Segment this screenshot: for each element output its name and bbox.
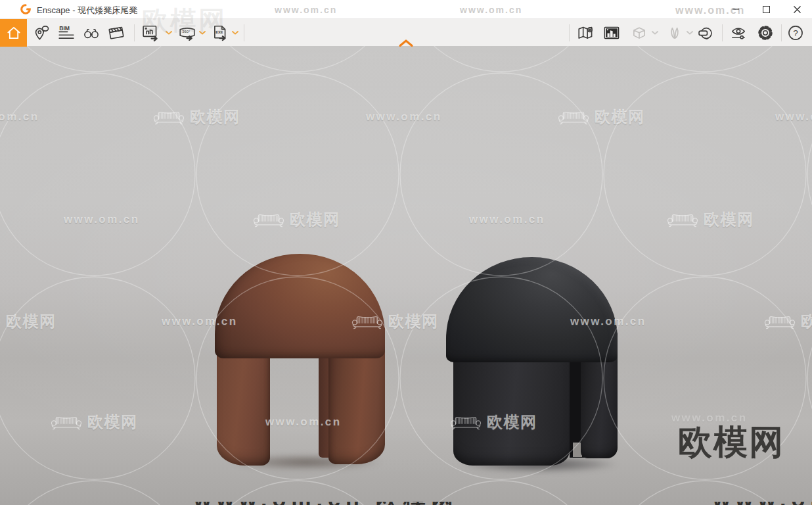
maximize-icon [763, 6, 770, 13]
titlebar-watermark: www.om.cn [275, 5, 337, 15]
binoculars-icon [83, 24, 100, 41]
close-icon [794, 6, 801, 13]
help-icon: ? [787, 24, 804, 41]
exe-export-button[interactable]: EXE [209, 22, 231, 44]
sofa-icon [557, 108, 590, 126]
maximize-button[interactable] [751, 0, 781, 18]
watermark-logo: 欧模网 [252, 209, 340, 230]
panorama-dropdown[interactable] [198, 30, 206, 36]
watermark-url: www.om.cn [64, 213, 139, 226]
watermark-logo: 欧模网 [557, 107, 645, 128]
minimize-button[interactable] [721, 0, 751, 18]
toolbar-collapse-button[interactable] [397, 38, 415, 47]
svg-text:EXE: EXE [215, 30, 223, 34]
close-button[interactable] [782, 0, 812, 18]
sofa-icon [252, 211, 285, 229]
watermark-logo: 欧模网 [666, 209, 754, 230]
video-editor-button[interactable] [105, 22, 127, 44]
settings-gear-icon [757, 24, 774, 41]
sofa-icon [763, 313, 796, 331]
stool-cap [215, 254, 385, 358]
home-button[interactable] [0, 19, 27, 47]
render-image-button[interactable] [139, 22, 163, 44]
video-clapperboard-icon [108, 24, 125, 41]
vr-mode-button[interactable] [694, 22, 717, 44]
chevron-down-icon [165, 30, 173, 36]
minimize-icon [733, 6, 739, 12]
bim-icon: BIM [58, 24, 75, 41]
chevron-down-icon [651, 30, 659, 36]
exe-export-dropdown[interactable] [231, 30, 239, 36]
watermark-logo: 欧模网 [152, 107, 240, 128]
feedback-location-button[interactable] [30, 22, 53, 44]
model-cube-dropdown[interactable] [651, 30, 659, 36]
titlebar: Enscape - 现代矮凳床尾凳 www.om.cn www.om.cn ww… [0, 0, 812, 18]
svg-text:360°: 360° [182, 30, 190, 34]
model-cube-button[interactable] [628, 22, 650, 44]
watermark-url: www.om.cn [0, 110, 39, 124]
asset-library-icon [602, 24, 621, 41]
svg-text:?: ? [793, 28, 798, 38]
chevron-down-icon [198, 30, 206, 36]
view-management-button[interactable] [575, 22, 597, 44]
panorama-button[interactable]: 360° [176, 22, 198, 44]
watermark-logo: 欧模网 [0, 311, 56, 332]
large-brand-watermark: 欧模网 [678, 425, 784, 459]
bim-mode-button[interactable]: BIM [55, 22, 78, 44]
toolbar-separator [722, 24, 723, 41]
clipped-watermark: www.om.cn 欧模网 [713, 502, 812, 505]
main-toolbar: BIM [0, 18, 812, 46]
chevron-up-icon [397, 39, 415, 47]
enscape-window: Enscape - 现代矮凳床尾凳 www.om.cn www.om.cn ww… [0, 0, 812, 505]
toolbar-separator [569, 24, 570, 41]
window-title: Enscape - 现代矮凳床尾凳 [37, 5, 137, 16]
sofa-icon [0, 313, 1, 331]
general-settings-button[interactable] [754, 22, 777, 44]
wings-icon [666, 24, 683, 41]
render-image-dropdown[interactable] [165, 30, 173, 36]
chevron-down-icon [231, 30, 239, 36]
home-icon [5, 24, 22, 41]
help-button[interactable]: ? [784, 22, 807, 44]
panorama-360-icon: 360° [178, 24, 196, 41]
toolbar-separator [781, 24, 782, 41]
visual-settings-eye-icon [730, 24, 747, 41]
cube-icon [631, 24, 648, 41]
chevron-down-icon [686, 30, 694, 36]
enscape-logo-icon [20, 3, 32, 18]
watermark-url: www.om.cn [469, 213, 545, 226]
render-image-export-icon [142, 24, 160, 41]
watermark-url: www.om.cn [366, 110, 441, 124]
vr-headset-icon [697, 24, 714, 41]
site-context-button[interactable] [664, 22, 686, 44]
location-chat-icon [33, 24, 50, 41]
clipped-watermark: www.om.cn 欧模网 [194, 502, 618, 505]
watermark-logo: 欧模网 [763, 311, 812, 332]
svg-text:BIM: BIM [59, 25, 70, 32]
sofa-icon [152, 108, 185, 126]
views-button[interactable] [80, 22, 102, 44]
site-context-dropdown[interactable] [686, 30, 694, 36]
toolbar-separator [244, 24, 244, 41]
stool-brown-leather [215, 254, 385, 466]
titlebar-watermark: www.om.cn [460, 5, 522, 15]
sofa-icon [666, 211, 699, 229]
map-icon [577, 24, 595, 41]
stool-black [446, 257, 618, 468]
sofa-icon [50, 414, 83, 431]
exe-export-icon: EXE [212, 24, 229, 41]
stool-cap [446, 257, 618, 362]
visual-settings-button[interactable] [727, 22, 750, 44]
toolbar-separator [134, 24, 135, 41]
asset-library-button[interactable] [600, 22, 623, 44]
watermark-logo: 欧模网 [50, 412, 138, 433]
watermark-url: www.om.cn [775, 110, 812, 124]
render-viewport[interactable]: www.om.cn 欧模网www.om.cn 欧模网www.om.cnwww.o… [0, 46, 812, 505]
